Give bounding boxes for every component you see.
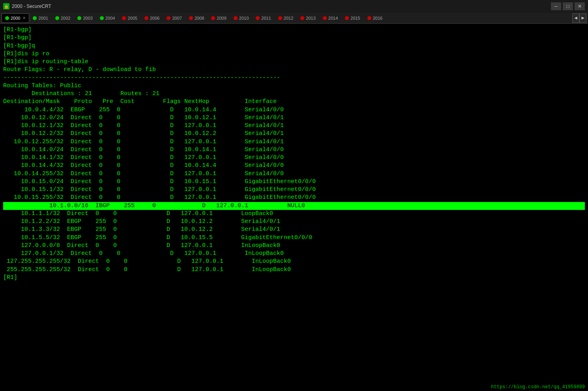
window-title: 2000 - SecureCRT [12,4,551,9]
tab-status-dot [167,16,170,20]
minimize-button[interactable]: ─ [551,2,561,10]
tab-2007[interactable]: 2007 [163,13,185,23]
terminal-line: [R1] [3,274,585,282]
tab-label: 2006 [150,16,159,21]
tab-label: 2015 [350,16,360,21]
terminal-line: 10.0.15.0/24 Direct 0 0 D 10.0.15.1 Giga… [3,178,585,186]
tab-label: 2002 [61,16,70,21]
terminal-line: 10.1.2.2/32 EBGP 255 0 D 10.0.12.2 Seria… [3,218,585,226]
tab-label: 2008 [195,16,204,21]
terminal-line: 10.1.1.1/32 Direct 0 0 D 127.0.0.1 LoopB… [3,210,585,218]
tab-2010[interactable]: 2010 [230,13,252,23]
tab-status-dot [189,16,193,20]
tab-2006[interactable]: 2006 [141,13,163,23]
tab-label: 2012 [284,16,293,21]
terminal-line: 255.255.255.255/32 Direct 0 0 D 127.0.0.… [3,266,585,274]
terminal-line: 10.0.12.1/32 Direct 0 0 D 127.0.0.1 Seri… [3,122,585,130]
terminal-line: 10.1.0.0/16 IBGP 255 0 D 127.0.0.1 NULL0 [3,202,585,210]
terminal-line: 10.0.12.255/32 Direct 0 0 D 127.0.0.1 Se… [3,138,585,146]
terminal-line: 10.1.5.5/32 EBGP 255 0 D 10.0.15.5 Gigab… [3,234,585,242]
tab-label: 2013 [306,16,315,21]
tab-label: 2001 [38,16,48,21]
title-bar: 🔒 2000 - SecureCRT ─ □ ✕ [0,0,588,13]
terminal-line: 10.0.12.0/24 Direct 0 0 D 10.0.12.1 Seri… [3,114,585,122]
terminal-line: Destinations : 21 Routes : 21 [3,90,585,98]
tab-label: 2005 [127,16,137,21]
tab-status-dot [278,16,282,20]
tab-2004[interactable]: 2004 [96,13,118,23]
terminal-line: 10.0.12.2/32 Direct 0 0 D 10.0.12.2 Seri… [3,130,585,138]
tab-status-dot [33,16,37,20]
tab-2002[interactable]: 2002 [52,13,74,23]
tab-2015[interactable]: 2015 [341,13,363,23]
tab-status-dot [77,16,81,20]
tab-label: 2016 [373,16,382,21]
terminal-line: [R1-bgp] [3,34,585,42]
terminal-line: [R1-bgp] [3,26,585,34]
terminal-line: 10.0.15.1/32 Direct 0 0 D 127.0.0.1 Giga… [3,186,585,194]
terminal-line: [R1]dis ip ro [3,50,585,58]
terminal-line: 10.1.3.3/32 EBGP 255 0 D 10.0.12.2 Seria… [3,226,585,234]
tab-2001[interactable]: 2001 [29,13,51,23]
tab-2013[interactable]: 2013 [297,13,319,23]
tab-label: 2000 [11,16,20,21]
tab-label: 2009 [217,16,226,21]
tab-2005[interactable]: 2005 [118,13,140,23]
tab-2008[interactable]: 2008 [185,13,208,23]
tab-status-dot [345,16,349,20]
terminal-line: 127.255.255.255/32 Direct 0 0 D 127.0.0.… [3,258,585,266]
terminal-line: 127.0.0.0/8 Direct 0 0 D 127.0.0.1 InLoo… [3,242,585,250]
tab-2016[interactable]: 2016 [364,13,386,23]
terminal-line: [R1-bgp]q [3,42,585,50]
tab-nav: ◀▶ [572,13,586,23]
tab-status-dot [5,16,9,20]
tab-2000[interactable]: 2000✕ [2,13,29,23]
tab-status-dot [122,16,126,20]
status-bar: https://blog.csdn.net/qq_41959899 [488,383,588,391]
app-icon: 🔒 [3,3,9,9]
tab-label: 2003 [83,16,92,21]
tab-status-dot [100,16,104,20]
tab-bar: 2000✕20012002200320042005200620072008200… [0,13,588,24]
tab-next-button[interactable]: ▶ [579,13,586,23]
terminal-line: ----------------------------------------… [3,74,585,82]
terminal-line: Routing Tables: Public [3,82,585,90]
close-button[interactable]: ✕ [575,2,585,10]
tab-prev-button[interactable]: ◀ [572,13,579,23]
terminal-line: 10.0.14.4/32 Direct 0 0 D 10.0.14.4 Seri… [3,162,585,170]
terminal-line: Destination/Mask Proto Pre Cost Flags Ne… [3,98,585,106]
terminal[interactable]: [R1-bgp][R1-bgp][R1-bgp]q[R1]dis ip ro[R… [0,24,588,391]
maximize-button[interactable]: □ [563,2,573,10]
terminal-line: 127.0.0.1/32 Direct 0 0 D 127.0.0.1 InLo… [3,250,585,258]
tab-label: 2007 [172,16,182,21]
tab-label: 2011 [261,16,271,21]
tab-2011[interactable]: 2011 [252,13,274,23]
tab-status-dot [234,16,238,20]
tab-2009[interactable]: 2009 [208,13,230,23]
terminal-line: 10.0.4.4/32 EBGP 255 0 D 10.0.14.4 Seria… [3,106,585,114]
tab-label: 2010 [239,16,249,21]
tab-2003[interactable]: 2003 [74,13,96,23]
tab-label: 2004 [105,16,115,21]
tab-status-dot [211,16,215,20]
tab-status-dot [367,16,371,20]
tab-status-dot [55,16,59,20]
tab-2014[interactable]: 2014 [319,13,341,23]
tab-2012[interactable]: 2012 [275,13,297,23]
terminal-line: [R1]dis ip routing-table [3,58,585,66]
tab-label: 2014 [328,16,338,21]
tab-close-btn[interactable]: ✕ [22,16,26,20]
tab-status-dot [323,16,327,20]
window-controls: ─ □ ✕ [551,2,585,10]
terminal-line: 10.0.14.255/32 Direct 0 0 D 127.0.0.1 Se… [3,170,585,178]
terminal-line: Route Flags: R - relay, D - download to … [3,66,585,74]
terminal-line: 10.0.14.0/24 Direct 0 0 D 10.0.14.1 Seri… [3,146,585,154]
tab-status-dot [144,16,148,20]
terminal-line: 10.0.14.1/32 Direct 0 0 D 127.0.0.1 Seri… [3,154,585,162]
terminal-line: 10.0.15.255/32 Direct 0 0 D 127.0.0.1 Gi… [3,194,585,202]
tab-status-dot [300,16,304,20]
tab-status-dot [256,16,260,20]
